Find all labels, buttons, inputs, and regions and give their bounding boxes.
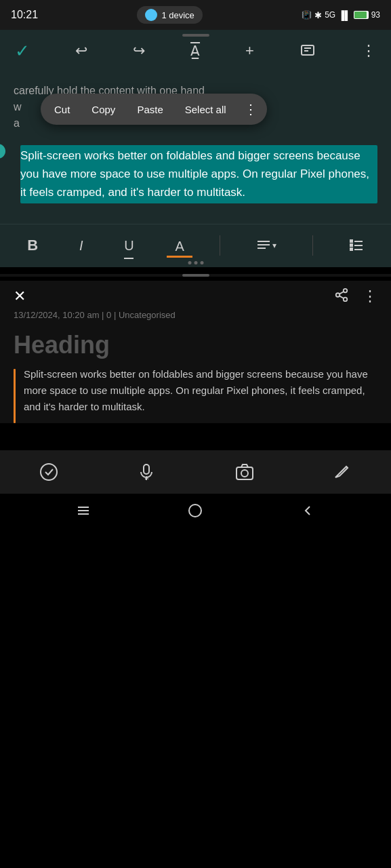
text-cursor [14,369,16,423]
editor-area[interactable]: carefully hold the content with one hand… [0,72,391,140]
expand-indicator [188,261,203,264]
panel-more-button[interactable]: ⋮ [363,288,377,306]
close-panel-button[interactable]: ✕ [14,288,26,305]
note-heading: Heading [14,331,377,359]
bottom-panel-drag-area[interactable] [0,274,391,277]
battery-icon [354,11,369,19]
svg-point-26 [189,505,201,517]
drag-handle [182,34,209,37]
italic-button[interactable]: I [71,233,91,259]
more-options-button[interactable]: ⋮ [357,38,380,64]
align-button[interactable]: ▾ [248,233,285,258]
selected-text-container[interactable]: Split-screen works better on foldables a… [0,140,391,224]
share-button[interactable] [334,288,349,306]
toolbar-divider-1 [220,235,220,256]
font-color-button[interactable]: A [167,233,192,258]
svg-point-13 [336,293,340,297]
svg-point-12 [344,288,348,292]
svg-point-17 [41,464,57,480]
font-format-button[interactable]: A̲ [186,39,204,63]
bottom-panel: ✕ ⋮ 13/12/2024, 10:20 am | 0 | Uncategor… [0,281,391,423]
list-button[interactable] [341,233,372,258]
panel-content-row: Split-screen works better on foldables a… [14,366,377,423]
context-menu-more-button[interactable]: ⋮ [237,101,264,117]
svg-rect-20 [236,467,253,479]
battery-fill [354,12,367,18]
bottom-drag-handle[interactable] [182,274,209,277]
add-button[interactable]: + [241,38,258,64]
status-bar: 10:21 1 device 📳 ✱ 5G ▐▌ 93 [0,0,391,30]
underline-button[interactable]: U [116,233,142,259]
svg-point-21 [241,470,248,477]
comment-button[interactable] [295,39,320,63]
panel-header: ✕ ⋮ [14,281,377,310]
wifi-icon [145,9,157,21]
copy-button[interactable]: Copy [81,94,126,125]
status-time: 10:21 [11,9,38,21]
tasks-button[interactable] [33,456,65,488]
select-all-button[interactable]: Select all [174,94,237,125]
camera-button[interactable] [228,456,261,488]
bluetooth-icon: ✱ [314,10,322,20]
undo-button[interactable]: ↩ [71,38,91,64]
signal-icon: 5G [325,10,335,20]
svg-line-16 [339,292,344,294]
confirm-button[interactable]: ✓ [11,37,34,66]
redo-button[interactable]: ↪ [129,38,149,64]
toolbar-divider-2 [312,235,313,256]
navigation-bar [0,494,391,532]
panel-header-icons: ⋮ [334,288,377,306]
note-meta: 13/12/2024, 10:20 am | 0 | Uncategorised [14,310,377,320]
svg-line-22 [346,467,348,468]
note-body[interactable]: Split-screen works better on foldables a… [24,366,377,423]
selection-handle-left[interactable] [0,144,5,159]
pen-button[interactable] [326,456,358,488]
paste-button[interactable]: Paste [126,94,173,125]
voice-button[interactable]: A [130,456,163,488]
bottom-action-bar: A [0,450,391,494]
top-toolbar: ✓ ↩ ↪ A̲ + ⋮ [0,30,391,72]
status-device-indicator: 1 device [137,6,202,24]
svg-rect-10 [350,244,352,246]
nav-home-button[interactable] [187,502,203,522]
bold-button[interactable]: B [19,231,46,260]
svg-line-15 [339,296,344,298]
signal-bars-icon: ▐▌ [338,10,350,20]
device-label: 1 device [161,10,194,20]
selected-text[interactable]: Split-screen works better on foldables a… [20,145,377,203]
nav-menu-button[interactable] [75,502,91,522]
svg-rect-11 [350,248,352,250]
svg-point-14 [344,297,348,301]
format-toolbar: B I U A ▾ [0,224,391,267]
context-menu: Cut Copy Paste Select all ⋮ [41,94,267,125]
nav-back-button[interactable] [300,502,316,522]
vibrate-icon: 📳 [302,10,312,20]
cut-button[interactable]: Cut [43,94,81,125]
status-icons-group: 📳 ✱ 5G ▐▌ 93 [302,10,380,20]
battery-percent: 93 [371,10,380,20]
svg-rect-18 [144,465,149,474]
svg-rect-9 [350,240,352,242]
